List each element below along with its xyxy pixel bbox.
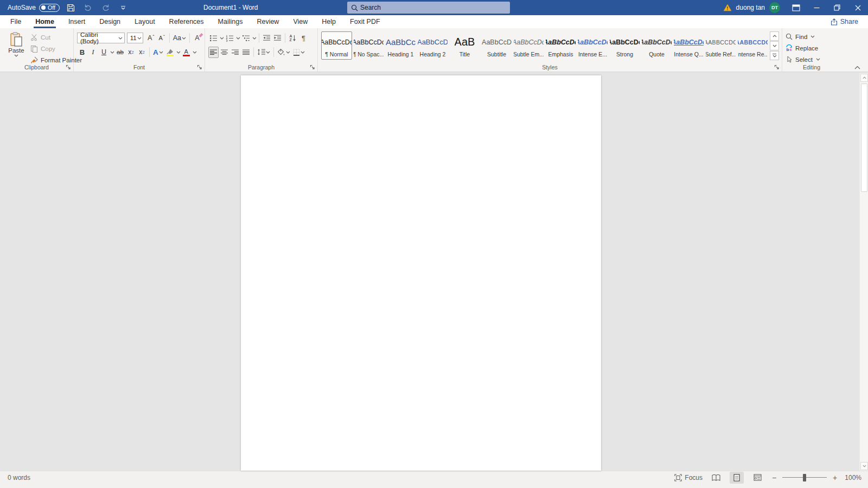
style-no-spac[interactable]: AaBbCcDc¶ No Spac... [353, 31, 384, 60]
decrease-indent-button[interactable] [261, 33, 272, 44]
clear-formatting-button[interactable]: A [192, 33, 202, 44]
align-right-button[interactable] [230, 47, 240, 58]
shading-button[interactable] [276, 47, 291, 58]
style-subtle-ref[interactable]: AABBCCDCSubtle Ref... [705, 31, 736, 60]
select-button[interactable]: Select [786, 54, 839, 65]
account-user-name[interactable]: duong tan [736, 4, 765, 11]
style-intense-q[interactable]: AaBbCcDcIntense Q... [673, 31, 704, 60]
text-effects-button[interactable]: A [152, 47, 164, 58]
shrink-font-button[interactable]: Aˇ [157, 33, 167, 44]
redo-button[interactable] [100, 1, 112, 14]
multilevel-dropdown-icon[interactable] [252, 37, 257, 40]
italic-button[interactable]: I [88, 47, 98, 58]
borders-button[interactable] [292, 47, 306, 58]
print-layout-button[interactable] [730, 472, 744, 484]
scrollbar-thumb[interactable] [861, 84, 867, 192]
scrollbar-up-button[interactable] [860, 74, 868, 82]
autosave-toggle[interactable]: Off [39, 4, 60, 12]
style-preview: AABBCCDC [705, 33, 736, 51]
undo-button[interactable] [82, 1, 94, 14]
bullets-dropdown-icon[interactable] [220, 37, 224, 40]
style-emphasis[interactable]: AaBbCcDcEmphasis [545, 31, 576, 60]
scrollbar-down-button[interactable] [860, 462, 868, 470]
vertical-scrollbar[interactable] [859, 73, 868, 471]
underline-dropdown-icon[interactable] [110, 51, 114, 54]
bullets-button[interactable] [208, 33, 219, 44]
style-subtle-em[interactable]: AaBbCcDcSubtle Em... [513, 31, 544, 60]
gallery-more-button[interactable] [770, 51, 779, 60]
bold-button[interactable]: B [77, 47, 87, 58]
font-color-dropdown-icon[interactable] [193, 51, 197, 54]
superscript-button[interactable]: x2 [137, 47, 147, 58]
tab-references[interactable]: References [162, 15, 211, 28]
align-left-button[interactable] [208, 47, 219, 58]
word-count[interactable]: 0 words [8, 474, 30, 481]
multilevel-list-button[interactable] [241, 33, 251, 44]
zoom-level[interactable]: 100% [843, 474, 861, 481]
tab-help[interactable]: Help [315, 15, 343, 28]
quick-access-toolbar-button[interactable] [117, 1, 129, 14]
tab-review[interactable]: Review [250, 15, 286, 28]
change-case-button[interactable]: Aa [172, 33, 187, 44]
increase-indent-button[interactable] [272, 33, 283, 44]
font-name-combobox[interactable]: Calibri (Body) [77, 33, 125, 43]
read-mode-button[interactable] [709, 472, 723, 484]
show-hide-formatting-button[interactable]: ¶ [298, 33, 309, 44]
strikethrough-button[interactable]: ab [115, 47, 125, 58]
save-button[interactable] [65, 1, 77, 14]
underline-button[interactable]: U [99, 47, 109, 58]
gallery-scroll-down-button[interactable] [770, 41, 779, 50]
ribbon-display-options-button[interactable] [786, 0, 806, 15]
grow-font-button[interactable]: Aˆ [146, 33, 156, 44]
zoom-slider[interactable] [782, 474, 827, 481]
share-button[interactable]: Share [826, 16, 863, 27]
focus-mode-button[interactable]: Focus [674, 474, 703, 481]
restore-button[interactable] [827, 0, 847, 15]
zoom-slider-thumb[interactable] [803, 474, 806, 481]
numbering-dropdown-icon[interactable] [236, 37, 240, 40]
zoom-out-button[interactable]: − [771, 473, 777, 482]
avatar[interactable]: DT [769, 2, 780, 13]
find-button[interactable]: Find [786, 31, 839, 42]
numbering-button[interactable] [225, 33, 235, 44]
style-intense-e[interactable]: AaBbCcDcIntense E... [577, 31, 608, 60]
style-strong[interactable]: AaBbCcDcStrong [609, 31, 640, 60]
autosave-control[interactable]: AutoSave Off [8, 4, 60, 12]
tab-file[interactable]: File [3, 15, 28, 28]
cut-icon [30, 34, 38, 41]
sort-button[interactable]: AZ [288, 33, 298, 44]
tab-home[interactable]: Home [28, 15, 61, 28]
document-page[interactable] [241, 75, 601, 471]
font-size-combobox[interactable]: 11 [127, 33, 143, 43]
style-subtitle[interactable]: AaBbCcDSubtitle [481, 31, 512, 60]
paste-button[interactable]: Paste [4, 32, 28, 57]
tab-view[interactable]: View [286, 15, 315, 28]
highlight-dropdown-icon[interactable] [176, 51, 181, 54]
line-spacing-button[interactable] [256, 47, 271, 58]
font-color-button[interactable]: A [181, 47, 192, 58]
replace-button[interactable]: b c Replace [786, 43, 839, 53]
web-layout-button[interactable] [750, 472, 764, 484]
justify-button[interactable] [241, 47, 251, 58]
close-button[interactable] [847, 0, 868, 15]
subscript-button[interactable]: x2 [126, 47, 136, 58]
align-center-button[interactable] [219, 47, 229, 58]
tab-mailings[interactable]: Mailings [211, 15, 250, 28]
minimize-button[interactable] [806, 0, 827, 15]
style-heading-1[interactable]: AaBbCcHeading 1 [385, 31, 416, 60]
tab-foxit-pdf[interactable]: Foxit PDF [343, 15, 387, 28]
collapse-ribbon-button[interactable] [854, 66, 860, 69]
tab-insert[interactable]: Insert [61, 15, 92, 28]
style-quote[interactable]: AaBbCcDcQuote [641, 31, 672, 60]
tab-design[interactable]: Design [92, 15, 127, 28]
style-title[interactable]: AaBTitle [449, 31, 480, 60]
style-intense-re[interactable]: AABBCCDCIntense Re... [737, 31, 768, 60]
highlight-button[interactable] [165, 47, 175, 58]
tab-layout[interactable]: Layout [127, 15, 162, 28]
gallery-scroll-up-button[interactable] [770, 31, 779, 41]
style-normal[interactable]: AaBbCcDc¶ Normal [321, 31, 352, 60]
search-box[interactable]: Search [347, 2, 510, 14]
style-heading-2[interactable]: AaBbCcDHeading 2 [417, 31, 448, 60]
zoom-in-button[interactable]: + [832, 473, 838, 482]
warning-icon[interactable] [723, 4, 732, 11]
